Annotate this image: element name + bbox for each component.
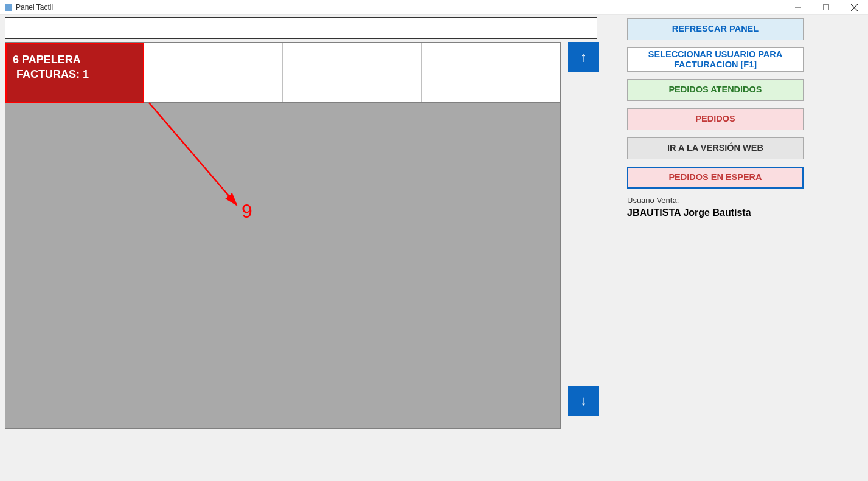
user-sale-label: Usuario Venta:: [627, 196, 807, 205]
main-panel: 6 PAPELERA FACTURAS: 1 9: [0, 15, 619, 481]
minimize-button[interactable]: [784, 0, 812, 15]
close-button[interactable]: [840, 0, 868, 15]
svg-rect-1: [824, 5, 829, 10]
scroll-up-button[interactable]: ↑: [568, 42, 599, 72]
grid-header-cell: [144, 43, 283, 102]
arrow-down-icon: ↓: [580, 393, 587, 409]
refresh-panel-button[interactable]: REFRESCAR PANEL: [627, 18, 804, 40]
web-version-button[interactable]: IR A LA VERSIÓN WEB: [627, 137, 804, 159]
maximize-button[interactable]: [812, 0, 840, 15]
user-sale-name: JBAUTISTA Jorge Bautista: [627, 207, 807, 218]
sidebar: REFRESCAR PANEL SELECCIONAR USUARIO PARA…: [619, 15, 868, 481]
grid-header-cell: [283, 43, 422, 102]
orders-waiting-button[interactable]: PEDIDOS EN ESPERA: [627, 167, 804, 189]
scroll-down-button[interactable]: ↓: [568, 386, 599, 416]
order-card-line2: FACTURAS: 1: [13, 67, 137, 81]
order-card-papelera[interactable]: 6 PAPELERA FACTURAS: 1: [5, 43, 144, 103]
button-label: IR A LA VERSIÓN WEB: [667, 143, 763, 153]
button-label: SELECCIONAR USUARIO PARA FACTURACION [F1…: [634, 49, 797, 71]
button-label: PEDIDOS EN ESPERA: [668, 172, 762, 182]
grid-body: [5, 103, 560, 428]
orders-button[interactable]: PEDIDOS: [627, 108, 804, 130]
window-title: Panel Tactil: [16, 3, 53, 12]
select-user-button[interactable]: SELECCIONAR USUARIO PARA FACTURACION [F1…: [627, 47, 804, 72]
window-controls: [784, 0, 868, 14]
grid-header-cell: [422, 43, 560, 102]
arrow-up-icon: ↑: [580, 49, 587, 65]
orders-grid: 6 PAPELERA FACTURAS: 1 9: [5, 42, 561, 429]
order-card-line1: 6 PAPELERA: [13, 52, 137, 67]
app-icon: [5, 4, 12, 11]
button-label: REFRESCAR PANEL: [672, 24, 759, 34]
titlebar: Panel Tactil: [0, 0, 868, 15]
button-label: PEDIDOS: [695, 114, 735, 124]
orders-attended-button[interactable]: PEDIDOS ATENDIDOS: [627, 79, 804, 101]
search-input[interactable]: [5, 17, 597, 39]
button-label: PEDIDOS ATENDIDOS: [668, 85, 762, 95]
